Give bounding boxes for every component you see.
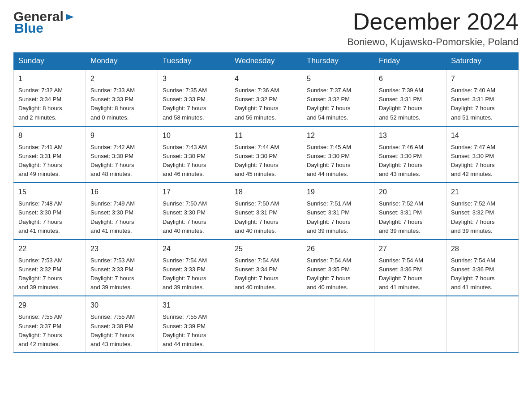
day-number: 12: [307, 130, 369, 141]
calendar-cell: 2 Sunrise: 7:33 AMSunset: 3:33 PMDayligh…: [86, 69, 158, 126]
day-number: 3: [163, 73, 225, 84]
day-info: Sunrise: 7:54 AMSunset: 3:36 PMDaylight:…: [451, 257, 495, 291]
day-number: 13: [379, 130, 442, 141]
day-number: 25: [235, 244, 297, 254]
week-row-4: 22 Sunrise: 7:53 AMSunset: 3:32 PMDaylig…: [14, 240, 519, 296]
day-info: Sunrise: 7:35 AMSunset: 3:33 PMDaylight:…: [163, 87, 207, 120]
calendar-cell: [374, 296, 446, 353]
day-info: Sunrise: 7:52 AMSunset: 3:31 PMDaylight:…: [379, 200, 423, 234]
day-number: 16: [90, 187, 153, 197]
day-info: Sunrise: 7:50 AMSunset: 3:30 PMDaylight:…: [163, 200, 207, 234]
day-info: Sunrise: 7:39 AMSunset: 3:31 PMDaylight:…: [379, 87, 423, 120]
header: General Blue December 2024 Boniewo, Kuja…: [13, 9, 519, 48]
calendar-cell: 6 Sunrise: 7:39 AMSunset: 3:31 PMDayligh…: [374, 69, 446, 126]
day-info: Sunrise: 7:47 AMSunset: 3:30 PMDaylight:…: [451, 144, 495, 177]
day-number: 19: [307, 187, 369, 197]
day-info: Sunrise: 7:45 AMSunset: 3:30 PMDaylight:…: [307, 144, 351, 177]
day-number: 1: [18, 73, 81, 84]
title-block: December 2024 Boniewo, Kujawsko-Pomorski…: [347, 9, 519, 48]
day-info: Sunrise: 7:42 AMSunset: 3:30 PMDaylight:…: [90, 144, 135, 177]
week-row-1: 1 Sunrise: 7:32 AMSunset: 3:34 PMDayligh…: [14, 69, 519, 126]
day-info: Sunrise: 7:36 AMSunset: 3:32 PMDaylight:…: [235, 87, 279, 120]
week-row-5: 29 Sunrise: 7:55 AMSunset: 3:37 PMDaylig…: [14, 296, 519, 353]
header-saturday: Saturday: [446, 53, 519, 70]
calendar-cell: 12 Sunrise: 7:45 AMSunset: 3:30 PMDaylig…: [302, 126, 374, 183]
day-info: Sunrise: 7:48 AMSunset: 3:30 PMDaylight:…: [18, 200, 63, 234]
calendar-cell: 17 Sunrise: 7:50 AMSunset: 3:30 PMDaylig…: [158, 183, 230, 240]
day-number: 8: [18, 130, 81, 141]
day-number: 28: [451, 244, 514, 254]
header-row: Sunday Monday Tuesday Wednesday Thursday…: [14, 53, 519, 70]
calendar-cell: 19 Sunrise: 7:51 AMSunset: 3:31 PMDaylig…: [302, 183, 374, 240]
day-number: 29: [18, 300, 81, 311]
logo: General Blue: [13, 9, 75, 36]
day-info: Sunrise: 7:54 AMSunset: 3:34 PMDaylight:…: [235, 257, 279, 291]
day-info: Sunrise: 7:52 AMSunset: 3:32 PMDaylight:…: [451, 200, 495, 234]
calendar-cell: 29 Sunrise: 7:55 AMSunset: 3:37 PMDaylig…: [14, 296, 86, 353]
calendar-cell: 22 Sunrise: 7:53 AMSunset: 3:32 PMDaylig…: [14, 240, 86, 296]
calendar-cell: 8 Sunrise: 7:41 AMSunset: 3:31 PMDayligh…: [14, 126, 86, 183]
day-info: Sunrise: 7:43 AMSunset: 3:30 PMDaylight:…: [163, 144, 207, 177]
day-info: Sunrise: 7:40 AMSunset: 3:31 PMDaylight:…: [451, 87, 495, 120]
day-number: 15: [18, 187, 81, 197]
day-info: Sunrise: 7:51 AMSunset: 3:31 PMDaylight:…: [307, 200, 351, 234]
day-info: Sunrise: 7:37 AMSunset: 3:32 PMDaylight:…: [307, 87, 351, 120]
calendar-cell: 28 Sunrise: 7:54 AMSunset: 3:36 PMDaylig…: [446, 240, 519, 296]
calendar-cell: [230, 296, 302, 353]
week-row-2: 8 Sunrise: 7:41 AMSunset: 3:31 PMDayligh…: [14, 126, 519, 183]
calendar-cell: 26 Sunrise: 7:54 AMSunset: 3:35 PMDaylig…: [302, 240, 374, 296]
calendar-cell: 11 Sunrise: 7:44 AMSunset: 3:30 PMDaylig…: [230, 126, 302, 183]
day-number: 30: [90, 300, 153, 311]
calendar-cell: 13 Sunrise: 7:46 AMSunset: 3:30 PMDaylig…: [374, 126, 446, 183]
day-number: 14: [451, 130, 514, 141]
day-info: Sunrise: 7:46 AMSunset: 3:30 PMDaylight:…: [379, 144, 423, 177]
day-number: 5: [307, 73, 369, 84]
svg-marker-0: [66, 14, 74, 20]
week-row-3: 15 Sunrise: 7:48 AMSunset: 3:30 PMDaylig…: [14, 183, 519, 240]
day-number: 17: [163, 187, 225, 197]
day-info: Sunrise: 7:54 AMSunset: 3:36 PMDaylight:…: [379, 257, 423, 291]
calendar-cell: 14 Sunrise: 7:47 AMSunset: 3:30 PMDaylig…: [446, 126, 519, 183]
day-info: Sunrise: 7:55 AMSunset: 3:38 PMDaylight:…: [90, 313, 135, 347]
day-number: 18: [235, 187, 297, 197]
day-number: 24: [163, 244, 225, 254]
page: General Blue December 2024 Boniewo, Kuja…: [0, 0, 532, 367]
header-wednesday: Wednesday: [230, 53, 302, 70]
logo-arrow-icon: [65, 12, 75, 22]
calendar-cell: 10 Sunrise: 7:43 AMSunset: 3:30 PMDaylig…: [158, 126, 230, 183]
day-number: 4: [235, 73, 297, 84]
day-info: Sunrise: 7:53 AMSunset: 3:33 PMDaylight:…: [90, 257, 135, 291]
calendar-table: Sunday Monday Tuesday Wednesday Thursday…: [13, 52, 519, 353]
day-number: 2: [90, 73, 153, 84]
calendar-cell: 31 Sunrise: 7:55 AMSunset: 3:39 PMDaylig…: [158, 296, 230, 353]
calendar-cell: 21 Sunrise: 7:52 AMSunset: 3:32 PMDaylig…: [446, 183, 519, 240]
day-info: Sunrise: 7:54 AMSunset: 3:33 PMDaylight:…: [163, 257, 207, 291]
calendar-cell: 30 Sunrise: 7:55 AMSunset: 3:38 PMDaylig…: [86, 296, 158, 353]
calendar-cell: 4 Sunrise: 7:36 AMSunset: 3:32 PMDayligh…: [230, 69, 302, 126]
calendar-cell: 1 Sunrise: 7:32 AMSunset: 3:34 PMDayligh…: [14, 69, 86, 126]
calendar-cell: [302, 296, 374, 353]
day-number: 27: [379, 244, 442, 254]
day-number: 7: [451, 73, 514, 84]
day-number: 20: [379, 187, 442, 197]
calendar-cell: 5 Sunrise: 7:37 AMSunset: 3:32 PMDayligh…: [302, 69, 374, 126]
header-friday: Friday: [374, 53, 446, 70]
day-number: 31: [163, 300, 225, 311]
calendar-cell: 20 Sunrise: 7:52 AMSunset: 3:31 PMDaylig…: [374, 183, 446, 240]
header-tuesday: Tuesday: [158, 53, 230, 70]
day-info: Sunrise: 7:33 AMSunset: 3:33 PMDaylight:…: [90, 87, 135, 120]
day-number: 6: [379, 73, 442, 84]
day-number: 23: [90, 244, 153, 254]
calendar-cell: 15 Sunrise: 7:48 AMSunset: 3:30 PMDaylig…: [14, 183, 86, 240]
day-info: Sunrise: 7:53 AMSunset: 3:32 PMDaylight:…: [18, 257, 63, 291]
day-info: Sunrise: 7:55 AMSunset: 3:39 PMDaylight:…: [163, 313, 207, 347]
day-info: Sunrise: 7:32 AMSunset: 3:34 PMDaylight:…: [18, 87, 63, 120]
calendar-cell: 3 Sunrise: 7:35 AMSunset: 3:33 PMDayligh…: [158, 69, 230, 126]
location-title: Boniewo, Kujawsko-Pomorskie, Poland: [347, 36, 519, 48]
day-number: 9: [90, 130, 153, 141]
day-number: 10: [163, 130, 225, 141]
day-info: Sunrise: 7:50 AMSunset: 3:31 PMDaylight:…: [235, 200, 279, 234]
calendar-cell: 18 Sunrise: 7:50 AMSunset: 3:31 PMDaylig…: [230, 183, 302, 240]
day-info: Sunrise: 7:44 AMSunset: 3:30 PMDaylight:…: [235, 144, 279, 177]
calendar-cell: [446, 296, 519, 353]
